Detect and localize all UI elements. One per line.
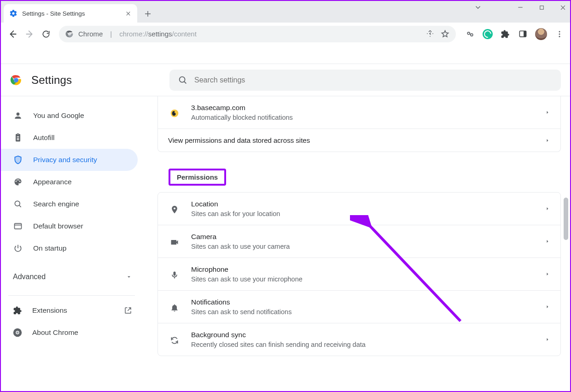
search-settings[interactable] <box>169 70 561 91</box>
grammarly-icon[interactable] <box>483 29 493 39</box>
address-bar[interactable]: Chrome | chrome://settings/content <box>59 26 456 42</box>
chevron-right-icon <box>545 271 550 277</box>
palette-icon <box>13 177 23 187</box>
svg-point-9 <box>559 35 560 37</box>
permission-row-notifications[interactable]: NotificationsSites can ask to send notif… <box>158 290 560 323</box>
close-window-button[interactable] <box>558 3 567 12</box>
svg-point-2 <box>68 33 71 35</box>
recent-site-detail: Automatically blocked notifications <box>191 114 293 121</box>
svg-rect-6 <box>524 31 526 37</box>
sidebar-item-search-engine[interactable]: Search engine <box>1 193 138 215</box>
tab-title: Settings - Site Settings <box>22 10 124 17</box>
permission-row-background-sync[interactable]: Background syncRecently closed sites can… <box>158 323 560 356</box>
site-favicon <box>168 107 181 118</box>
kebab-menu-icon[interactable] <box>554 29 565 39</box>
url-text: chrome://settings/content <box>119 30 197 38</box>
share-icon[interactable] <box>426 29 434 38</box>
permission-row-microphone[interactable]: MicrophoneSites can ask to use your micr… <box>158 257 560 290</box>
search-icon <box>178 75 188 85</box>
svg-rect-0 <box>540 6 543 9</box>
sidebar-item-label: Autofill <box>33 134 55 142</box>
forward-button[interactable] <box>21 26 38 42</box>
side-panel-icon[interactable] <box>518 29 528 39</box>
url-chip: Chrome <box>78 30 103 38</box>
bell-icon <box>168 302 181 312</box>
sidebar-item-you-and-google[interactable]: You and Google <box>1 105 138 127</box>
chevron-right-icon <box>545 206 550 211</box>
chrome-logo-icon <box>13 328 22 337</box>
permission-row-location[interactable]: LocationSites can ask for your location <box>158 193 560 225</box>
chevron-right-icon <box>545 337 550 342</box>
svg-rect-15 <box>15 223 22 229</box>
sidebar-item-about-chrome[interactable]: About Chrome <box>1 322 142 344</box>
clipboard-icon <box>13 133 23 143</box>
settings-content: 3.basecamp.com Automatically blocked not… <box>143 96 570 391</box>
gear-icon <box>9 9 17 18</box>
svg-point-7 <box>559 31 560 32</box>
chevron-right-icon <box>545 110 550 115</box>
chevron-right-icon <box>545 239 550 244</box>
browser-tab[interactable]: Settings - Site Settings <box>4 4 137 23</box>
sidebar-item-default-browser[interactable]: Default browser <box>1 215 138 237</box>
permissions-heading: Permissions <box>169 169 226 186</box>
extensions-icon[interactable] <box>500 29 510 39</box>
power-icon <box>13 243 23 253</box>
sidebar-item-label: Default browser <box>33 222 83 230</box>
sidebar-item-label: Privacy and security <box>33 156 97 164</box>
caret-down-icon <box>126 274 132 280</box>
new-tab-button[interactable] <box>140 6 156 22</box>
close-icon[interactable] <box>124 10 132 17</box>
recent-site-row[interactable]: 3.basecamp.com Automatically blocked not… <box>158 96 560 129</box>
sync-icon <box>168 334 181 345</box>
chevron-right-icon <box>545 138 550 143</box>
open-external-icon <box>124 306 132 315</box>
recent-site-domain: 3.basecamp.com <box>191 104 293 112</box>
minimize-button[interactable] <box>516 3 525 12</box>
person-icon <box>13 111 23 121</box>
reload-button[interactable] <box>38 26 54 42</box>
microphone-icon <box>168 269 181 280</box>
browser-toolbar: Chrome | chrome://settings/content <box>1 23 570 46</box>
chevron-down-icon[interactable] <box>473 3 483 12</box>
shield-icon <box>13 155 23 165</box>
sidebar-item-privacy[interactable]: Privacy and security <box>1 149 138 171</box>
sidebar-item-label: On startup <box>33 244 66 252</box>
star-icon[interactable] <box>441 29 449 38</box>
browser-icon <box>13 221 23 231</box>
back-button[interactable] <box>5 26 21 42</box>
view-permissions-row[interactable]: View permissions and data stored across … <box>158 129 560 152</box>
window-controls <box>495 3 567 12</box>
link-icon[interactable] <box>465 29 475 39</box>
sidebar-item-on-startup[interactable]: On startup <box>1 237 138 259</box>
sidebar-item-appearance[interactable]: Appearance <box>1 171 138 193</box>
search-icon <box>13 199 23 209</box>
svg-point-8 <box>559 33 560 35</box>
extensions-icon <box>13 306 22 315</box>
maximize-button[interactable] <box>537 3 546 12</box>
toolbar-actions <box>465 28 565 40</box>
sidebar-item-label: You and Google <box>33 111 84 120</box>
permission-row-camera[interactable]: CameraSites can ask to use your camera <box>158 225 560 257</box>
sidebar-item-extensions[interactable]: Extensions <box>1 299 142 322</box>
sidebar-item-label: Appearance <box>33 178 72 186</box>
sidebar-item-label: Search engine <box>33 200 79 208</box>
settings-sidebar: You and Google Autofill Privacy and secu… <box>1 96 143 391</box>
chrome-logo-icon <box>65 30 74 38</box>
permissions-panel: LocationSites can ask for your location … <box>157 192 561 356</box>
scrollbar-thumb[interactable] <box>564 198 568 240</box>
svg-point-18 <box>17 332 19 334</box>
chrome-logo-icon <box>10 74 22 86</box>
search-settings-input[interactable] <box>194 76 553 84</box>
profile-avatar[interactable] <box>535 28 547 40</box>
page-title: Settings <box>31 74 72 87</box>
window-titlebar: Settings - Site Settings <box>1 1 570 23</box>
sidebar-item-autofill[interactable]: Autofill <box>1 127 138 149</box>
settings-header: Settings <box>1 64 570 96</box>
sidebar-advanced-toggle[interactable]: Advanced <box>1 264 142 290</box>
recent-activity-panel: 3.basecamp.com Automatically blocked not… <box>157 96 561 152</box>
camera-icon <box>168 236 181 247</box>
chevron-right-icon <box>545 304 550 310</box>
location-icon <box>168 204 181 214</box>
